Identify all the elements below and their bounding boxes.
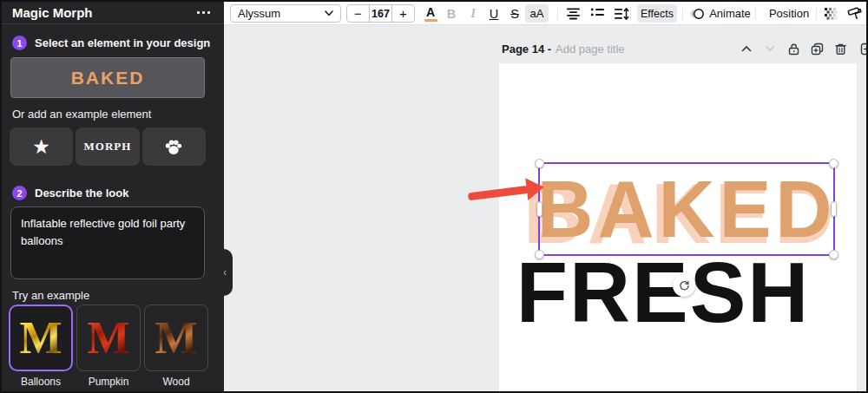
increase-font-size-button[interactable]: + [392,5,414,22]
page-number-label: Page 14 - [502,43,551,56]
thumbnail-wood[interactable]: M Wood [144,305,208,388]
thumbnail-pumpkin[interactable]: M Pumpkin [76,305,141,388]
lock-icon [787,43,800,56]
thumbnail-balloons[interactable]: M Balloons [9,305,73,388]
text-case-button[interactable]: aA [525,4,549,23]
step-2-row: 2 Describe the look [12,186,128,200]
align-center-icon [566,7,581,20]
duplicate-icon [811,43,824,56]
ellipsis-menu-icon[interactable] [194,8,214,17]
fresh-text: FRESH [516,243,811,342]
example-thumbnails-row: M Balloons M Pumpkin M Wood [9,305,208,388]
resize-handle-middle-right[interactable] [831,201,837,217]
step-2-badge: 2 [12,186,27,200]
rotate-handle[interactable] [673,274,695,297]
move-page-down-button[interactable] [762,41,778,56]
transparency-button[interactable] [821,4,840,23]
add-page-button[interactable] [858,41,866,56]
chevron-down-icon [325,10,333,16]
page-header: Page 14 - Add page title [502,41,625,56]
animate-button[interactable]: Animate [687,4,753,23]
wood-m-letter: M [155,316,197,361]
move-page-up-button[interactable] [739,41,754,56]
thumbnail-pumpkin-image: M [76,305,141,371]
font-size-value[interactable]: 167 [369,5,392,22]
page-title-input[interactable]: Add page title [556,43,625,56]
panel-header: Magic Morph [2,2,224,24]
copy-style-button[interactable] [844,4,865,23]
delete-page-button[interactable] [832,41,848,56]
preview-text: BAKED [71,68,145,88]
toolbar-divider [630,7,631,20]
transparency-checker-icon [824,7,838,21]
rotate-icon [679,280,690,291]
thumbnail-pumpkin-label: Pumpkin [89,376,129,388]
thumbnail-balloons-image: M [9,305,73,371]
thumbnail-balloons-label: Balloons [21,376,61,388]
text-toolbar: Alyssum − 167 + A B I U S aA [224,2,866,25]
chevron-up-icon [741,45,752,52]
text-color-button[interactable]: A [420,4,441,23]
magic-morph-panel: Magic Morph 1 Select an element in your … [2,2,224,391]
list-button[interactable] [587,4,608,23]
arrow-head [525,176,545,200]
animate-icon [690,7,705,21]
selected-element-preview[interactable]: BAKED [10,57,205,98]
paw-icon [162,135,185,158]
toolbar-divider [557,7,558,20]
add-page-icon [860,43,867,56]
strikethrough-button[interactable]: S [504,4,525,23]
resize-handle-top-right[interactable] [829,159,838,168]
decrease-font-size-button[interactable]: − [347,5,369,22]
duplicate-page-button[interactable] [809,41,825,56]
step-1-badge: 1 [12,36,27,50]
resize-handle-middle-left[interactable] [536,201,542,217]
bold-button[interactable]: B [441,4,462,23]
italic-button[interactable]: I [463,4,483,23]
text-color-swatch [424,19,437,22]
or-add-example-label: Or add an example element [12,108,151,121]
app-window: Magic Morph 1 Select an element in your … [2,2,866,391]
morph-text-label: MORPH [84,140,132,154]
resize-handle-bottom-left[interactable] [535,250,544,259]
font-family-select[interactable]: Alyssum [230,4,341,23]
text-align-button[interactable] [562,4,583,23]
toolbar-divider [755,7,756,20]
lock-page-button[interactable] [786,41,801,56]
resize-handle-top-left[interactable] [535,159,544,168]
bullet-list-icon [590,7,605,20]
panel-title: Magic Morph [12,5,93,20]
example-morph-button[interactable]: MORPH [76,128,139,166]
thumbnail-wood-label: Wood [162,376,189,388]
animate-label: Animate [709,7,751,20]
describe-look-textarea[interactable]: Inflatable reflective gold foil party ba… [10,206,205,279]
example-elements-row: ★ MORPH [10,128,206,166]
example-star-button[interactable]: ★ [10,128,73,166]
text-color-letter: A [426,6,435,18]
example-paw-button[interactable] [142,128,206,166]
toolbar-divider [682,7,683,20]
resize-handle-bottom-right[interactable] [829,250,838,259]
underline-button[interactable]: U [483,4,504,23]
toolbar-divider [816,7,817,20]
selection-bounding-box[interactable] [538,162,835,256]
arrow-shaft [468,186,529,200]
font-size-stepper: − 167 + [346,4,415,23]
try-example-label: Try an example [12,289,89,302]
effects-button[interactable]: Effects [637,4,677,23]
line-spacing-icon [614,7,629,21]
position-button[interactable]: Position [764,4,814,23]
screenshot-frame: Magic Morph 1 Select an element in your … [0,0,868,393]
step-1-row: 1 Select an element in your design [12,36,210,50]
step-1-label: Select an element in your design [35,36,210,49]
canvas-workspace: Page 14 - Add page title [224,25,866,391]
trash-icon [834,43,847,56]
spacing-button[interactable] [611,4,632,23]
chevron-down-icon [765,45,775,52]
star-icon: ★ [32,137,50,157]
pumpkin-m-letter: M [87,316,129,361]
thumbnail-wood-image: M [144,305,208,371]
fresh-text-element[interactable]: FRESH [515,246,812,338]
step-2-label: Describe the look [35,187,128,200]
paint-roller-icon [846,6,863,21]
